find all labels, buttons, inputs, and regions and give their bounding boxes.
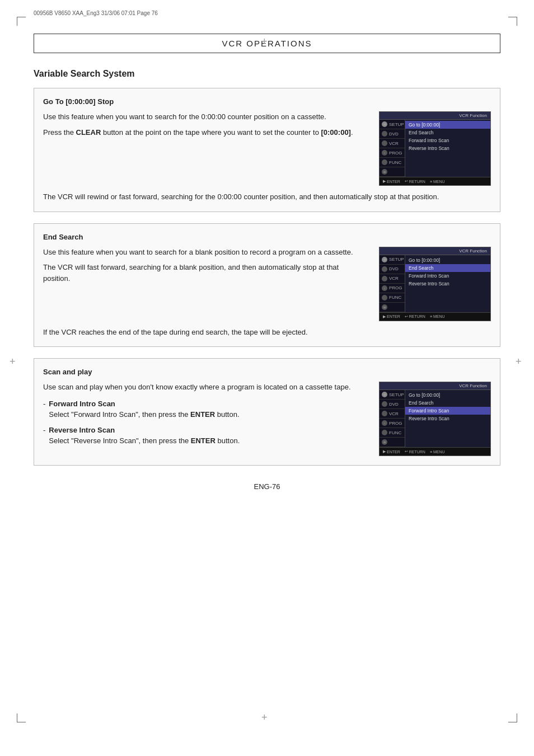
- vcr-menu-goto-title: VCR Function: [380, 112, 490, 120]
- vcr-item-goto-1: End Search: [405, 129, 490, 137]
- corner-mark-bl: [17, 713, 26, 722]
- crosshair-top: [260, 38, 271, 49]
- vcr-menu-goto-items: Go to [0:00:00] End Search Forward Intro…: [405, 120, 490, 177]
- footer-return-goto: ↩ RETURN: [405, 179, 425, 184]
- vcr-menu-goto: VCR Function ⚙ SETUP DVD VCR: [379, 111, 491, 186]
- vcr-sidebar-extra: ⊞: [380, 167, 405, 177]
- subsection-end-search-text: Use this feature when you want to search…: [43, 247, 368, 289]
- vcr-sidebar-dvd-3: DVD: [380, 400, 405, 409]
- func-icon-2: [382, 295, 387, 300]
- goto-para-2: Press the CLEAR button at the point on t…: [43, 127, 368, 138]
- vcr-item-es-1: End Search: [405, 264, 490, 272]
- subsection-scan-play-header: Scan and play: [43, 368, 491, 376]
- crosshair-left: [8, 358, 20, 369]
- footer-menu-sp: ≡ MENU: [430, 449, 445, 454]
- vcr-item-sp-2: Forward Intro Scan: [405, 407, 490, 415]
- end-search-para-2: The VCR will fast forward, searching for…: [43, 262, 368, 284]
- vcr-item-es-0: Go to [0:00:00]: [405, 256, 490, 264]
- subsection-end-search-header: End Search: [43, 233, 491, 241]
- vcr-sidebar-setup-3: ⚙ SETUP: [380, 390, 405, 400]
- vcr-sidebar-end-search: ⚙ SETUP DVD VCR ○ PROG: [380, 255, 405, 312]
- vcr-menu-goto-footer: ▶ ENTER ↩ RETURN ≡ MENU: [380, 177, 490, 185]
- vcr-sidebar-func-3: FUNC: [380, 428, 405, 438]
- crosshair-right: [514, 358, 526, 369]
- vcr-menu-end-search: VCR Function ⚙ SETUP DVD VCR: [379, 247, 491, 321]
- extra-icon-3: ⊞: [382, 439, 387, 445]
- prog-icon-3: ○: [382, 420, 387, 426]
- footer-enter-goto: ▶ ENTER: [383, 179, 400, 184]
- vcr-item-goto-3: Reverse Intro Scan: [405, 144, 490, 152]
- dvd-icon-3: [382, 401, 387, 407]
- vcr-item-es-3: Reverse Intro Scan: [405, 280, 490, 288]
- reverse-intro-text: Select "Reverse Intro Scan", then press …: [49, 436, 240, 445]
- vcr-sidebar-prog-2: ○ PROG: [380, 284, 405, 293]
- subsection-end-search-inner: Use this feature when you want to search…: [43, 247, 491, 321]
- vcr-menu-end-search-title: VCR Function: [380, 247, 490, 255]
- vcr-sidebar-scan-play: ⚙ SETUP DVD VCR ○ PROG: [380, 390, 405, 447]
- vcr-sidebar-func: FUNC: [380, 158, 405, 167]
- subsection-scan-play-inner: Use scan and play when you don't know ex…: [43, 382, 491, 456]
- vcr-sidebar-func-2: FUNC: [380, 293, 405, 303]
- dvd-icon-2: [382, 266, 387, 272]
- vcr-icon-3: [382, 411, 387, 416]
- vcr-item-sp-0: Go to [0:00:00]: [405, 391, 490, 399]
- goto-para-3: The VCR will rewind or fast forward, sea…: [43, 191, 491, 203]
- bullet-dash-2: -: [43, 425, 45, 447]
- footer-enter-es: ▶ ENTER: [383, 314, 400, 319]
- func-icon-3: [382, 430, 387, 435]
- vcr-item-goto-0: Go to [0:00:00]: [405, 121, 490, 129]
- vcr-icon: [382, 140, 387, 146]
- forward-intro-label: Forward Intro Scan: [49, 400, 115, 408]
- vcr-menu-end-search-body: ⚙ SETUP DVD VCR ○ PROG: [380, 255, 490, 312]
- page-number: ENG-76: [34, 482, 500, 491]
- extra-icon-2: ⊞: [382, 304, 387, 310]
- vcr-sidebar-extra-2: ⊞: [380, 303, 405, 312]
- func-icon: [382, 159, 387, 165]
- vcr-menu-scan-play-items: Go to [0:00:00] End Search Forward Intro…: [405, 390, 490, 447]
- page-meta: 00956B V8650 XAA_Eng3 31/3/06 07:01 Page…: [34, 10, 158, 16]
- vcr-menu-scan-play-footer: ▶ ENTER ↩ RETURN ≡ MENU: [380, 447, 490, 456]
- vcr-sidebar-goto: ⚙ SETUP DVD VCR ○ PROG: [380, 120, 405, 177]
- bullet-forward: - Forward Intro Scan Select "Forward Int…: [43, 398, 368, 420]
- vcr-menu-scan-play: VCR Function ⚙ SETUP DVD VCR: [379, 382, 491, 456]
- goto-para-1: Use this feature when you want to search…: [43, 111, 368, 123]
- subsection-goto-header: Go To [0:00:00] Stop: [43, 97, 491, 106]
- vcr-icon-2: [382, 276, 387, 281]
- scan-play-bullets: - Forward Intro Scan Select "Forward Int…: [43, 398, 368, 447]
- setup-icon-3: ⚙: [382, 392, 387, 397]
- vcr-menu-end-search-items: Go to [0:00:00] End Search Forward Intro…: [405, 255, 490, 312]
- vcr-menu-scan-play-body: ⚙ SETUP DVD VCR ○ PROG: [380, 390, 490, 447]
- footer-menu-es: ≡ MENU: [430, 314, 445, 319]
- main-content: VCR Operations Variable Search System Go…: [34, 34, 500, 491]
- scan-play-intro: Use scan and play when you don't know ex…: [43, 382, 368, 393]
- prog-icon-2: ○: [382, 285, 387, 291]
- subsection-end-search: End Search Use this feature when you wan…: [34, 223, 500, 348]
- subsection-scan-play-text: Use scan and play when you don't know ex…: [43, 382, 368, 451]
- vcr-sidebar-setup-2: ⚙ SETUP: [380, 255, 405, 265]
- bullet-forward-content: Forward Intro Scan Select "Forward Intro…: [49, 398, 368, 420]
- bullet-dash-1: -: [43, 398, 45, 420]
- corner-mark-br: [508, 713, 517, 722]
- footer-enter-sp: ▶ ENTER: [383, 449, 400, 454]
- forward-intro-text: Select "Forward Intro Scan", then press …: [49, 410, 239, 419]
- reverse-intro-label: Reverse Intro Scan: [49, 426, 115, 434]
- prog-icon: ○: [382, 150, 387, 156]
- extra-icon: ⊞: [382, 169, 387, 175]
- vcr-sidebar-prog: ○ PROG: [380, 148, 405, 158]
- vcr-sidebar-dvd: DVD: [380, 129, 405, 139]
- corner-mark-tl: [17, 17, 26, 26]
- subsection-goto-inner: Use this feature when you want to search…: [43, 111, 491, 186]
- bullet-reverse-content: Reverse Intro Scan Select "Reverse Intro…: [49, 425, 368, 447]
- footer-return-es: ↩ RETURN: [405, 314, 425, 319]
- dvd-icon: [382, 131, 387, 137]
- vcr-sidebar-setup: ⚙ SETUP: [380, 120, 405, 129]
- vcr-sidebar-dvd-2: DVD: [380, 265, 405, 274]
- vcr-sidebar-vcr-3: VCR: [380, 409, 405, 419]
- subsection-goto: Go To [0:00:00] Stop Use this feature wh…: [34, 88, 500, 212]
- vcr-item-sp-3: Reverse Intro Scan: [405, 415, 490, 422]
- vcr-sidebar-vcr: VCR: [380, 139, 405, 148]
- vcr-sidebar-prog-3: ○ PROG: [380, 419, 405, 428]
- bullet-reverse: - Reverse Intro Scan Select "Reverse Int…: [43, 425, 368, 447]
- vcr-item-goto-2: Forward Intro Scan: [405, 137, 490, 144]
- section-title: Variable Search System: [34, 69, 500, 79]
